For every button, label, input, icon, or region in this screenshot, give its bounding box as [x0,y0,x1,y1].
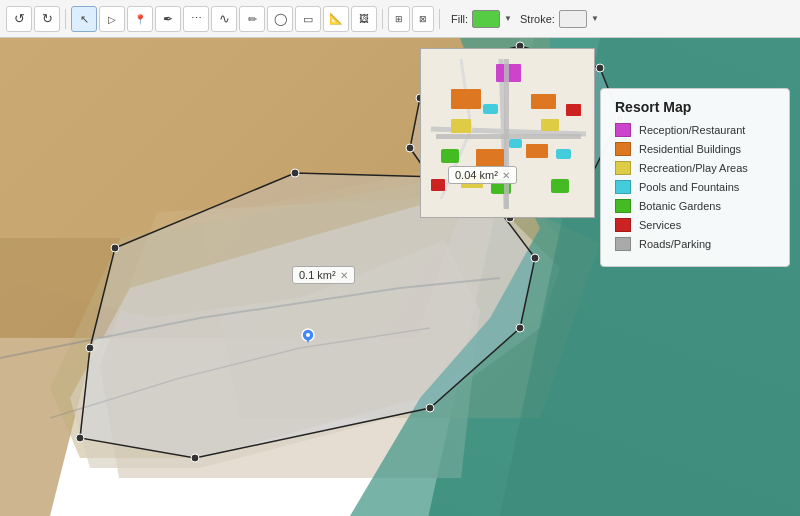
legend-color-5 [615,218,631,232]
fill-control: Fill: ▼ Stroke: ▼ [451,10,599,28]
svg-rect-36 [476,149,504,167]
legend-item-0: Reception/Restaurant [615,123,775,137]
legend-item-4: Botanic Gardens [615,199,775,213]
legend-title: Resort Map [615,99,775,115]
bezier-tool-button[interactable] [211,6,237,32]
image-icon: 🖼 [359,13,369,24]
pin-tool-button[interactable] [127,6,153,32]
pointer-icon [108,11,116,26]
measurement-label-2: 0.1 km² ✕ [292,266,355,284]
measurement-value-1: 0.04 km² [455,169,498,181]
svg-rect-50 [504,59,509,209]
measurement-close-2[interactable]: ✕ [340,270,348,281]
node-icon: ⋯ [191,12,202,25]
legend-label-3: Pools and Fountains [639,181,739,193]
pencil-tool-button[interactable] [239,6,265,32]
svg-rect-43 [556,149,571,159]
svg-rect-41 [483,104,498,114]
svg-rect-48 [431,179,445,191]
legend-item-5: Services [615,218,775,232]
fill-label: Fill: [451,13,468,25]
separator-1 [65,9,66,29]
extra-tool-2[interactable]: ⊠ [412,6,434,32]
undo-button[interactable] [6,6,32,32]
rect-icon [303,11,313,26]
legend-item-1: Residential Buildings [615,142,775,156]
legend-color-6 [615,237,631,251]
legend-color-1 [615,142,631,156]
stroke-color-box[interactable] [559,10,587,28]
svg-rect-47 [566,104,581,116]
resort-map-inset [420,48,595,218]
pin-icon [134,11,146,26]
legend-label-1: Residential Buildings [639,143,741,155]
legend: Resort Map Reception/RestaurantResidenti… [600,88,790,267]
separator-2 [382,9,383,29]
circle-tool-button[interactable] [267,6,293,32]
separator-3 [439,9,440,29]
stroke-label: Stroke: [520,13,555,25]
toolbar: ✒ ⋯ 📐 🖼 ⊞ ⊠ Fill: ▼ Stroke: ▼ [0,0,800,38]
node-tool-button[interactable]: ⋯ [183,6,209,32]
rect-tool-button[interactable] [295,6,321,32]
measurement-label-1: 0.04 km² ✕ [448,166,517,184]
fill-dropdown-arrow[interactable]: ▼ [504,14,512,23]
pencil-icon [248,11,257,26]
pointer-tool-button[interactable] [99,6,125,32]
legend-label-5: Services [639,219,681,231]
legend-label-0: Reception/Restaurant [639,124,745,136]
measure-tool-button[interactable]: 📐 [323,6,349,32]
legend-item-3: Pools and Fountains [615,180,775,194]
legend-item-6: Roads/Parking [615,237,775,251]
select-tool-button[interactable] [71,6,97,32]
svg-rect-46 [551,179,569,193]
legend-item-2: Recreation/Play Areas [615,161,775,175]
measurement-close-1[interactable]: ✕ [502,170,510,181]
svg-rect-37 [526,144,548,158]
legend-items: Reception/RestaurantResidential Building… [615,123,775,251]
map-area[interactable]: 0.04 km² ✕ 0.1 km² ✕ Resort Map Receptio… [0,38,800,516]
tool-2-icon: ⊠ [419,14,427,24]
redo-button[interactable] [34,6,60,32]
legend-label-4: Botanic Gardens [639,200,721,212]
pen-tool-button[interactable]: ✒ [155,6,181,32]
bezier-icon [219,11,230,26]
svg-rect-34 [451,89,481,109]
svg-rect-35 [531,94,556,109]
legend-label-2: Recreation/Play Areas [639,162,748,174]
measurement-value-2: 0.1 km² [299,269,336,281]
undo-icon [14,11,25,26]
legend-label-6: Roads/Parking [639,238,711,250]
extra-tool-1[interactable]: ⊞ [388,6,410,32]
svg-rect-44 [441,149,459,163]
measure-icon: 📐 [329,12,343,25]
redo-icon [42,11,53,26]
legend-color-4 [615,199,631,213]
svg-rect-42 [509,139,522,148]
svg-rect-39 [541,119,559,131]
select-icon [80,11,89,26]
legend-color-3 [615,180,631,194]
circle-icon [274,11,287,26]
legend-color-0 [615,123,631,137]
resort-map-svg [421,49,595,218]
stroke-dropdown-arrow[interactable]: ▼ [591,14,599,23]
legend-color-2 [615,161,631,175]
fill-color-box[interactable] [472,10,500,28]
pen-icon: ✒ [163,12,173,26]
tool-1-icon: ⊞ [395,14,403,24]
image-tool-button[interactable]: 🖼 [351,6,377,32]
svg-rect-38 [451,119,471,133]
